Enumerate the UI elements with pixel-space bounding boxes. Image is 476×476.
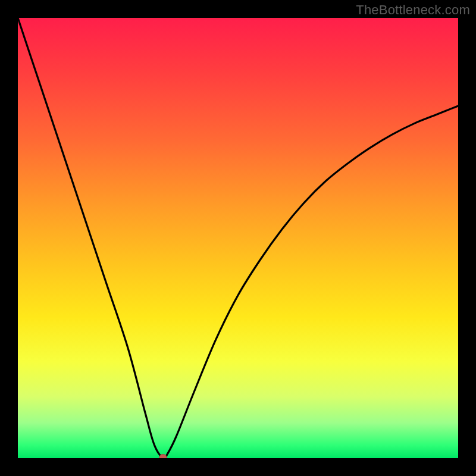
chart-frame: TheBottleneck.com (0, 0, 476, 476)
bottleneck-curve (18, 18, 458, 458)
plot-area (18, 18, 458, 458)
watermark-text: TheBottleneck.com (356, 2, 470, 18)
optimal-point-marker (159, 454, 167, 458)
